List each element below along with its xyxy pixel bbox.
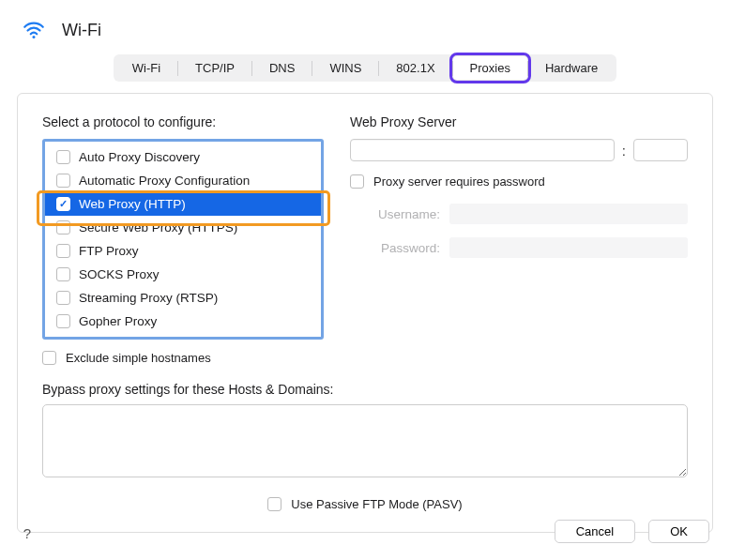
tab-proxies[interactable]: Proxies bbox=[453, 56, 527, 80]
ok-button[interactable]: OK bbox=[648, 520, 709, 543]
protocol-item-secure-web-proxy[interactable]: Secure Web Proxy (HTTPS) bbox=[45, 216, 321, 239]
protocol-listbox: Auto Proxy Discovery Automatic Proxy Con… bbox=[42, 139, 324, 340]
username-input[interactable] bbox=[449, 204, 688, 224]
checkbox[interactable] bbox=[56, 174, 70, 188]
tab-bar: Wi-Fi TCP/IP DNS WINS 802.1X Proxies Har… bbox=[114, 54, 617, 82]
page-title: Wi-Fi bbox=[56, 21, 101, 40]
protocol-label: Select a protocol to configure: bbox=[42, 114, 324, 129]
protocol-item-label: Web Proxy (HTTP) bbox=[79, 197, 186, 211]
protocol-item-label: SOCKS Proxy bbox=[79, 267, 160, 281]
checkbox[interactable] bbox=[56, 150, 70, 164]
wifi-icon bbox=[21, 17, 47, 43]
checkbox[interactable] bbox=[56, 244, 70, 258]
bypass-textarea[interactable] bbox=[42, 404, 688, 477]
protocol-item-label: Auto Proxy Discovery bbox=[79, 150, 200, 164]
requires-password-label: Proxy server requires password bbox=[373, 174, 545, 189]
protocol-item-gopher-proxy[interactable]: Gopher Proxy bbox=[45, 310, 321, 333]
tab-hardware[interactable]: Hardware bbox=[528, 56, 615, 80]
protocol-item-label: Gopher Proxy bbox=[79, 314, 157, 328]
protocol-item-streaming-proxy[interactable]: Streaming Proxy (RTSP) bbox=[45, 286, 321, 310]
protocol-item-ftp-proxy[interactable]: FTP Proxy bbox=[45, 239, 321, 263]
tab-tcpip[interactable]: TCP/IP bbox=[178, 56, 251, 80]
password-input[interactable] bbox=[449, 237, 688, 258]
server-port-input[interactable] bbox=[633, 139, 688, 161]
server-label: Web Proxy Server bbox=[350, 114, 688, 129]
protocol-item-label: Streaming Proxy (RTSP) bbox=[79, 291, 218, 305]
exclude-hostnames-label: Exclude simple hostnames bbox=[66, 351, 211, 365]
settings-panel: Select a protocol to configure: Auto Pro… bbox=[17, 93, 713, 533]
pasv-checkbox[interactable] bbox=[267, 497, 281, 511]
svg-point-0 bbox=[32, 36, 35, 38]
bypass-label: Bypass proxy settings for these Hosts & … bbox=[42, 382, 688, 397]
checkbox[interactable] bbox=[56, 197, 70, 211]
protocol-item-socks-proxy[interactable]: SOCKS Proxy bbox=[45, 263, 321, 286]
tab-dns[interactable]: DNS bbox=[252, 56, 312, 80]
protocol-item-label: Secure Web Proxy (HTTPS) bbox=[79, 220, 237, 235]
password-label: Password: bbox=[350, 241, 440, 255]
protocol-item-web-proxy-http[interactable]: Web Proxy (HTTP) bbox=[45, 192, 321, 216]
protocol-item-label: FTP Proxy bbox=[79, 244, 139, 258]
protocol-item-label: Automatic Proxy Configuration bbox=[79, 174, 250, 188]
pasv-label: Use Passive FTP Mode (PASV) bbox=[291, 497, 462, 511]
checkbox[interactable] bbox=[56, 314, 70, 328]
tab-wins[interactable]: WINS bbox=[312, 56, 378, 80]
checkbox[interactable] bbox=[56, 267, 70, 281]
host-port-separator: : bbox=[622, 143, 626, 159]
tab-wifi[interactable]: Wi-Fi bbox=[115, 56, 177, 80]
exclude-hostnames-checkbox[interactable] bbox=[42, 351, 56, 365]
window-header: Wi-Fi bbox=[0, 0, 730, 51]
help-button[interactable]: ? bbox=[17, 522, 38, 543]
protocol-item-auto-discovery[interactable]: Auto Proxy Discovery bbox=[45, 145, 321, 169]
cancel-button[interactable]: Cancel bbox=[555, 520, 635, 543]
checkbox[interactable] bbox=[56, 220, 70, 235]
checkbox[interactable] bbox=[56, 291, 70, 305]
server-host-input[interactable] bbox=[350, 139, 615, 161]
username-label: Username: bbox=[350, 207, 440, 221]
protocol-item-auto-config[interactable]: Automatic Proxy Configuration bbox=[45, 169, 321, 192]
requires-password-checkbox[interactable] bbox=[350, 174, 364, 189]
tab-8021x[interactable]: 802.1X bbox=[379, 56, 451, 80]
